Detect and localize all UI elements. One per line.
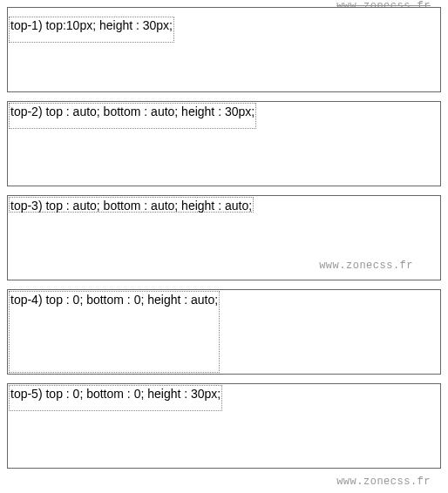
example-label: top-5) top : 0; bottom : 0; height : 30p… [10,387,221,401]
example-container-3: top-3) top : auto; bottom : auto; height… [7,195,441,280]
example-label: top-4) top : 0; bottom : 0; height : aut… [10,293,218,307]
example-box-2: top-2) top : auto; bottom : auto; height… [9,103,256,129]
example-box-1: top-1) top:10px; height : 30px; [9,17,174,43]
example-label: top-2) top : auto; bottom : auto; height… [10,105,255,118]
example-box-4: top-4) top : 0; bottom : 0; height : aut… [9,291,220,373]
watermark-bot: www.zonecss.fr [336,476,431,484]
example-container-1: top-1) top:10px; height : 30px; [7,7,441,92]
example-container-5: top-5) top : 0; bottom : 0; height : 30p… [7,383,441,469]
example-container-4: top-4) top : 0; bottom : 0; height : aut… [7,289,441,375]
example-container-2: top-2) top : auto; bottom : auto; height… [7,101,441,186]
example-box-5: top-5) top : 0; bottom : 0; height : 30p… [9,385,222,411]
example-label: top-3) top : auto; bottom : auto; height… [10,199,252,213]
example-label: top-1) top:10px; height : 30px; [10,18,173,32]
example-box-3: top-3) top : auto; bottom : auto; height… [9,197,254,213]
